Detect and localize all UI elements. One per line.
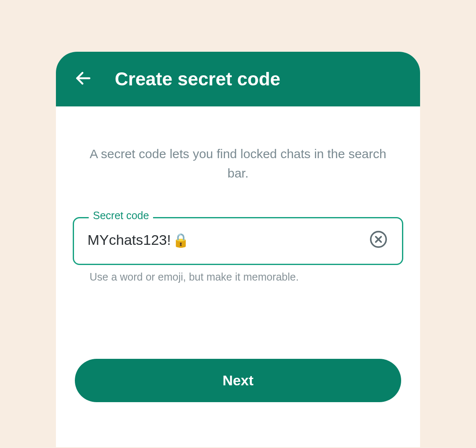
- app-screen: Create secret code A secret code lets yo…: [56, 52, 420, 447]
- content-area: A secret code lets you find locked chats…: [56, 106, 420, 402]
- secret-code-text: MYchats123!: [87, 232, 171, 248]
- header-title: Create secret code: [115, 69, 280, 90]
- secret-code-value: MYchats123!🔒: [87, 232, 189, 248]
- lock-icon: 🔒: [172, 233, 189, 247]
- back-button[interactable]: [73, 69, 94, 90]
- secret-code-input[interactable]: MYchats123!🔒: [73, 217, 403, 265]
- clear-x-icon: [369, 230, 388, 250]
- clear-button[interactable]: [368, 230, 389, 250]
- description-text: A secret code lets you find locked chats…: [73, 144, 403, 183]
- secret-code-label: Secret code: [89, 209, 153, 222]
- next-button[interactable]: Next: [75, 359, 401, 402]
- secret-code-field-wrapper: Secret code MYchats123!🔒: [73, 217, 403, 265]
- header-bar: Create secret code: [56, 52, 420, 106]
- back-arrow-icon: [74, 69, 93, 89]
- helper-text: Use a word or emoji, but make it memorab…: [73, 271, 403, 283]
